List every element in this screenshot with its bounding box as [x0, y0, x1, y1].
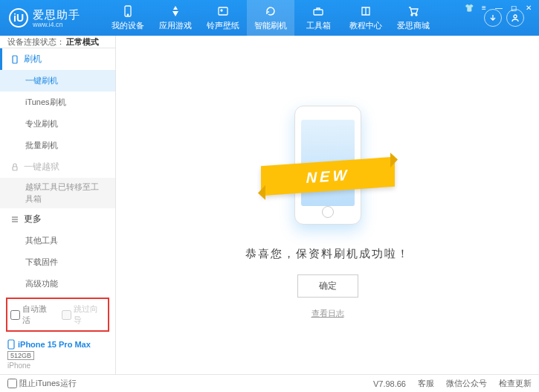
ok-button[interactable]: 确定	[297, 274, 358, 298]
svg-point-1	[127, 14, 129, 16]
view-log-link[interactable]: 查看日志	[312, 308, 344, 319]
cart-icon	[407, 4, 420, 18]
titlebar: iU 爱思助手 www.i4.cn 我的设备 应用游戏 铃声壁纸 智能刷机 工具…	[0, 0, 539, 36]
svg-point-6	[416, 14, 417, 16]
brand-url: www.i4.cn	[33, 21, 80, 28]
footer: 阻止iTunes运行 V7.98.66 客服 微信公众号 检查更新	[0, 374, 539, 392]
sidebar-item-firmware[interactable]: 下载固件	[0, 251, 115, 273]
footer-update[interactable]: 检查更新	[499, 378, 532, 389]
sidebar-item-batch[interactable]: 批量刷机	[0, 135, 115, 156]
options-row: 自动激活 跳过向导	[6, 298, 109, 332]
main-content: NEW 恭喜您，保资料刷机成功啦！ 确定 查看日志	[116, 36, 539, 374]
nav-flash[interactable]: 智能刷机	[247, 0, 294, 36]
toolbox-icon	[312, 4, 325, 18]
skin-button[interactable]: 👕	[463, 3, 475, 12]
top-nav: 我的设备 应用游戏 铃声壁纸 智能刷机 工具箱 教程中心 爱思商城	[104, 0, 480, 36]
logo-icon: iU	[9, 8, 28, 28]
sidebar-item-oneclick[interactable]: 一键刷机	[0, 70, 115, 91]
sidebar-head-jailbreak: 一键越狱	[0, 156, 115, 178]
svg-rect-4	[314, 10, 323, 15]
refresh-icon	[264, 4, 277, 18]
sidebar-head-more[interactable]: 更多	[0, 208, 115, 230]
nav-my-device[interactable]: 我的设备	[104, 0, 152, 36]
block-itunes-checkbox[interactable]: 阻止iTunes运行	[7, 378, 77, 389]
nav-store[interactable]: 爱思商城	[390, 0, 437, 36]
sidebar-jailbreak-note: 越狱工具已转移至工具箱	[0, 178, 115, 208]
brand-logo: iU 爱思助手 www.i4.cn	[9, 8, 104, 28]
sidebar-item-pro[interactable]: 专业刷机	[0, 113, 115, 135]
phone-icon	[121, 4, 135, 18]
nav-toolbox[interactable]: 工具箱	[294, 0, 342, 36]
storage-badge: 512GB	[7, 351, 34, 360]
device-type: iPhone	[7, 362, 108, 370]
apps-icon	[169, 4, 182, 18]
phone-icon	[7, 339, 15, 350]
nav-apps[interactable]: 应用游戏	[152, 0, 199, 36]
device-info: iPhone 15 Pro Max 512GB iPhone	[0, 335, 115, 374]
phone-icon	[10, 55, 19, 64]
svg-point-3	[221, 10, 222, 11]
sidebar-item-advanced[interactable]: 高级功能	[0, 273, 115, 295]
sidebar-item-other[interactable]: 其他工具	[0, 230, 115, 251]
svg-rect-9	[13, 167, 17, 170]
svg-point-7	[514, 15, 517, 18]
success-message: 恭喜您，保资料刷机成功啦！	[245, 247, 410, 261]
sidebar-item-itunes[interactable]: iTunes刷机	[0, 91, 115, 113]
footer-support[interactable]: 客服	[418, 378, 434, 389]
svg-rect-10	[8, 340, 14, 349]
menu-button[interactable]: ≡	[478, 3, 490, 12]
nav-tutorials[interactable]: 教程中心	[342, 0, 390, 36]
maximize-button[interactable]: ◻	[508, 3, 520, 12]
sidebar: 设备连接状态：正常模式 刷机 一键刷机 iTunes刷机 专业刷机 批量刷机 一…	[0, 36, 116, 374]
svg-rect-2	[219, 7, 227, 15]
svg-point-5	[411, 14, 413, 16]
window-controls: 👕 ≡ — ◻ ✕	[463, 3, 535, 12]
close-button[interactable]: ✕	[523, 3, 535, 12]
nav-ringtones[interactable]: 铃声壁纸	[199, 0, 247, 36]
svg-rect-8	[13, 56, 17, 63]
version-label: V7.98.66	[373, 379, 406, 388]
new-ribbon: NEW	[261, 157, 395, 196]
sidebar-head-flash[interactable]: 刷机	[0, 48, 115, 70]
lock-icon	[10, 163, 19, 172]
footer-wechat[interactable]: 微信公众号	[446, 378, 487, 389]
auto-activate-checkbox[interactable]: 自动激活	[10, 303, 54, 326]
success-illustration: NEW	[257, 91, 398, 240]
device-name[interactable]: iPhone 15 Pro Max	[7, 339, 108, 350]
minimize-button[interactable]: —	[493, 3, 505, 12]
book-icon	[359, 4, 372, 18]
skip-guide-checkbox[interactable]: 跳过向导	[62, 303, 106, 326]
list-icon	[10, 215, 19, 224]
connection-status: 设备连接状态：正常模式	[0, 36, 115, 48]
image-icon	[216, 4, 230, 18]
